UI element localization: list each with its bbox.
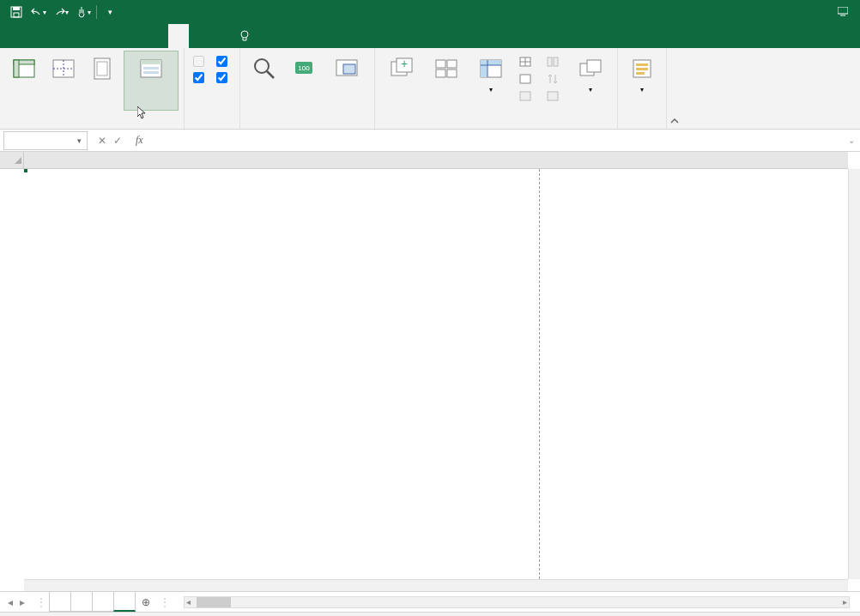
horizontal-scrollbar[interactable]	[24, 579, 848, 591]
zoom-100-icon: 100	[292, 57, 316, 81]
svg-rect-40	[548, 57, 552, 66]
column-headers	[24, 152, 848, 169]
normal-view-icon	[12, 57, 36, 81]
zoom-icon	[252, 57, 276, 81]
menu-review[interactable]	[148, 24, 168, 48]
svg-rect-29	[447, 69, 457, 77]
tell-me-search[interactable]	[230, 30, 263, 42]
zoom-group-label	[245, 125, 369, 129]
headings-checkbox[interactable]	[216, 72, 231, 83]
qat-customize-button[interactable]: ▾	[100, 3, 119, 21]
save-button[interactable]	[7, 3, 26, 21]
svg-rect-22	[343, 64, 355, 74]
svg-rect-27	[447, 60, 457, 68]
formula-bar-row: ▾ ✕ ✓ fx ⌄	[0, 130, 860, 152]
sheet-tab-0[interactable]	[49, 592, 71, 612]
formula-bar-checkbox[interactable]	[216, 56, 231, 67]
menu-draw[interactable]	[65, 24, 86, 48]
hide-button[interactable]	[516, 71, 538, 87]
svg-rect-42	[548, 92, 558, 100]
svg-rect-16	[143, 71, 159, 74]
menu-data[interactable]	[127, 24, 148, 48]
svg-line-18	[267, 71, 274, 78]
svg-rect-39	[520, 92, 530, 100]
touch-mode-button[interactable]: ▾	[74, 3, 93, 21]
page-break-line	[539, 169, 540, 579]
quick-access-toolbar: ▾ ▾ ▾ ▾	[0, 3, 126, 21]
zoom-selection-button[interactable]	[324, 51, 369, 111]
arrange-all-icon	[434, 57, 458, 81]
page-layout-view-button[interactable]	[84, 51, 122, 111]
svg-rect-48	[636, 72, 645, 75]
new-window-button[interactable]: +	[380, 51, 423, 111]
select-all-corner[interactable]	[0, 152, 24, 169]
collapse-ribbon-button[interactable]	[667, 48, 682, 129]
tab-nav-buttons[interactable]: ◂▸	[0, 596, 33, 608]
sheet-tab-3[interactable]	[113, 592, 136, 612]
menu-file[interactable]	[3, 24, 24, 48]
touch-icon	[76, 6, 88, 18]
formula-bar-buttons: ✕ ✓	[91, 135, 129, 147]
redo-icon	[53, 6, 65, 18]
window-controls	[826, 0, 860, 24]
vertical-scrollbar[interactable]	[848, 169, 860, 579]
ribbon-group-views	[0, 48, 185, 129]
svg-rect-47	[636, 68, 648, 70]
sheet-tab-2[interactable]	[92, 592, 114, 612]
page-break-icon	[51, 57, 76, 81]
zoom-100-button[interactable]: 100	[285, 51, 323, 111]
ruler-checkbox[interactable]	[193, 56, 208, 67]
svg-rect-46	[636, 63, 648, 66]
ribbon-options-button[interactable]	[826, 0, 860, 24]
name-box[interactable]: ▾	[3, 131, 88, 150]
views-group-label	[5, 125, 179, 129]
switch-windows-icon	[578, 57, 603, 81]
qat-separator	[96, 5, 97, 19]
menu-view[interactable]	[168, 24, 189, 48]
tab-horizontal-scrollbar[interactable]: ◂▸	[184, 596, 850, 608]
undo-button[interactable]: ▾	[29, 3, 48, 21]
cells-area[interactable]	[24, 169, 848, 579]
svg-rect-7	[14, 60, 19, 77]
spreadsheet-grid[interactable]	[0, 152, 860, 591]
undo-icon	[31, 6, 43, 18]
svg-rect-14	[141, 60, 161, 64]
normal-view-button[interactable]	[5, 51, 43, 111]
zoom-button[interactable]	[245, 51, 283, 111]
fx-icon[interactable]: fx	[129, 134, 150, 147]
menu-home[interactable]	[24, 24, 45, 48]
menu-page-layout[interactable]	[86, 24, 106, 48]
svg-rect-44	[587, 60, 601, 72]
custom-views-button[interactable]	[124, 51, 179, 111]
sheet-tab-1[interactable]	[70, 592, 93, 612]
page-break-preview-button[interactable]	[45, 51, 82, 111]
custom-views-icon	[139, 57, 163, 81]
zoom-selection-icon	[335, 57, 359, 81]
sheet-tab-bar: ◂▸ ⋮ ⊕ ⋮ ◂▸	[0, 591, 860, 612]
name-box-dropdown-icon[interactable]: ▾	[77, 136, 82, 145]
save-icon	[10, 6, 22, 18]
macros-icon	[630, 57, 654, 81]
menu-insert[interactable]	[45, 24, 65, 48]
svg-rect-3	[838, 7, 848, 14]
split-button[interactable]	[516, 54, 538, 69]
redo-button[interactable]: ▾	[51, 3, 70, 21]
add-sheet-button[interactable]: ⊕	[136, 596, 156, 608]
gridlines-checkbox[interactable]	[193, 72, 208, 83]
new-window-icon: +	[390, 57, 414, 81]
ribbon-options-icon	[838, 7, 848, 17]
switch-windows-button[interactable]: ▾	[569, 51, 612, 111]
reset-window-button	[543, 88, 566, 104]
macros-button[interactable]: ▾	[623, 51, 661, 111]
arrange-all-button[interactable]	[425, 51, 468, 111]
lightbulb-icon	[239, 30, 251, 42]
formula-bar-expand-button[interactable]: ⌄	[843, 136, 860, 145]
svg-text:+: +	[401, 57, 408, 70]
menu-foxit-pdf[interactable]	[209, 24, 230, 48]
menu-help[interactable]	[189, 24, 209, 48]
menu-formulas[interactable]	[106, 24, 127, 48]
active-cell-outline	[24, 169, 27, 172]
freeze-panes-button[interactable]: ▾	[469, 51, 512, 111]
freeze-panes-icon	[479, 57, 503, 81]
side-by-side-button	[543, 54, 566, 69]
